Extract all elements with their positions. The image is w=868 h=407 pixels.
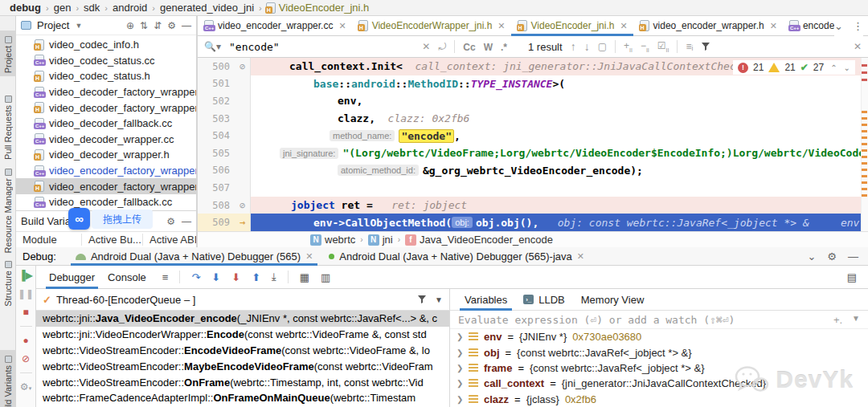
- stack-frame-row[interactable]: webrtc::VideoStreamEncoder::OnFrame(webr…: [36, 374, 449, 390]
- close-tab-icon[interactable]: ✕: [305, 251, 313, 262]
- tab-variables[interactable]: Variables: [458, 289, 514, 311]
- variable-row[interactable]: ❯obj={const webrtc::JavaRef<_jobject *> …: [450, 344, 868, 360]
- prev-occurrence-icon[interactable]: ↑: [571, 40, 576, 53]
- step-over-icon[interactable]: ↷: [191, 271, 200, 283]
- pause-button[interactable]: ❚❚: [18, 289, 34, 299]
- gear-icon[interactable]: ⚙: [827, 250, 837, 263]
- layout-icon[interactable]: ▥: [321, 271, 330, 283]
- tree-file-item[interactable]: C++video_decoder_fallback.cc: [16, 116, 196, 132]
- step-into-icon[interactable]: ⬇: [211, 271, 220, 283]
- clear-search-icon[interactable]: ✕: [422, 41, 430, 52]
- restore-layout-icon[interactable]: ▤: [847, 271, 868, 283]
- tab-debugger[interactable]: Debugger: [44, 266, 100, 289]
- search-history-icon[interactable]: ≡ᵢ: [686, 41, 693, 52]
- mute-breakpoints-button[interactable]: ⊘: [22, 354, 30, 364]
- hide-panel-icon[interactable]: —: [848, 250, 858, 263]
- tree-file-item[interactable]: C++video_decoder_factory_wrapper.cc: [16, 84, 196, 100]
- variable-row[interactable]: ❯env={JNIEnv *}0x730ae03680: [450, 329, 868, 344]
- chevron-down-icon[interactable]: ▼: [75, 22, 82, 30]
- filter-icon[interactable]: [417, 295, 427, 304]
- tool-window-button-pull-requests[interactable]: Pull Requests: [0, 90, 16, 163]
- force-step-into-icon[interactable]: ⬇: [231, 271, 240, 283]
- add-watch-icon[interactable]: +.: [833, 314, 842, 326]
- expand-chevron-icon[interactable]: ❯: [457, 395, 463, 404]
- prev-inspection-icon[interactable]: ⌃: [830, 63, 837, 72]
- search-option-toggle[interactable]: Cc: [463, 42, 475, 53]
- layout-settings-icon[interactable]: ≡: [162, 271, 169, 283]
- debugger-settings-icon[interactable]: ⚙▾: [20, 382, 31, 392]
- stop-button[interactable]: ■: [23, 307, 28, 317]
- inspections-widget[interactable]: ! 21 21 ✔ 27 ⌃ ⌄: [733, 60, 855, 75]
- search-option-toggle[interactable]: .*: [501, 42, 507, 53]
- select-all-occurrences-icon[interactable]: ☑: [657, 40, 669, 52]
- gutter[interactable]: [235, 144, 251, 162]
- editor-tab[interactable]: C++video_encoder_wrapper.cc✕: [198, 16, 352, 35]
- line-number[interactable]: 502: [198, 92, 235, 110]
- scrollbar-error-stripe[interactable]: [861, 58, 868, 231]
- stack-frame-row[interactable]: webrtc::VideoStreamEncoder::EncodeVideoF…: [36, 343, 449, 359]
- next-inspection-icon[interactable]: ⌄: [844, 63, 850, 72]
- evaluate-expression-row[interactable]: Evaluate expression (⏎) or add a watch (…: [450, 311, 868, 329]
- breadcrumb-item[interactable]: jni: [383, 234, 393, 246]
- newline-icon[interactable]: ⤾: [438, 41, 446, 52]
- debug-session-tab[interactable]: Android Dual (Java + Native) Debugger (5…: [68, 247, 321, 266]
- variable-row[interactable]: ❯clazz={jclass}0x2fb6: [450, 392, 868, 407]
- expand-chevron-icon[interactable]: ❯: [457, 364, 463, 372]
- stack-frame-row[interactable]: webrtc::jni::VideoEncoderWrapper::Encode…: [36, 327, 449, 343]
- collapse-all-icon[interactable]: ⇵: [154, 20, 162, 31]
- line-number[interactable]: 503: [198, 110, 235, 128]
- gutter[interactable]: [235, 110, 251, 128]
- tree-file-item[interactable]: Hvideo_codec_status.h: [16, 68, 196, 84]
- gutter[interactable]: ⊘: [235, 58, 251, 75]
- line-number[interactable]: 506: [198, 162, 235, 180]
- stack-frame-row[interactable]: webrtc::VideoStreamEncoder::MaybeEncodeV…: [36, 358, 449, 374]
- close-tab-icon[interactable]: ✕: [338, 21, 346, 31]
- add-occurrence-icon[interactable]: +: [624, 40, 633, 52]
- tool-window-button-project[interactable]: Project: [0, 31, 16, 76]
- close-search-icon[interactable]: ✕: [854, 41, 862, 52]
- tree-file-item[interactable]: Hvideo_decoder_factory_wrapper.h: [16, 100, 196, 116]
- expand-all-icon[interactable]: ⇅: [140, 20, 148, 31]
- locate-file-icon[interactable]: ⊕: [126, 20, 134, 31]
- tree-file-item[interactable]: Hvideo_decoder_wrapper.h: [16, 147, 196, 163]
- gutter[interactable]: [235, 179, 251, 197]
- line-number[interactable]: 509: [198, 214, 235, 231]
- breadcrumb-item[interactable]: Java_VideoEncoder_encode: [420, 234, 553, 246]
- line-number[interactable]: 507: [198, 179, 235, 197]
- thread-selector[interactable]: ✓ Thread-60-[EncoderQueue – ] ▼: [36, 289, 450, 311]
- breadcrumb-item[interactable]: gen: [54, 2, 72, 14]
- editor-tab[interactable]: Hvideo_encoder_wrapper.h✕: [633, 16, 783, 35]
- close-tab-icon[interactable]: ✕: [577, 251, 584, 262]
- expand-chevron-icon[interactable]: ❯: [457, 348, 463, 357]
- gutter[interactable]: [235, 75, 251, 93]
- gear-icon[interactable]: ⚙: [166, 216, 175, 227]
- gutter[interactable]: [235, 162, 251, 180]
- disabled-breakpoint-icon[interactable]: ⊘: [240, 200, 245, 211]
- tree-file-item[interactable]: Hvideo_encoder_factory_wrapper.h: [16, 178, 196, 194]
- evaluate-expression-icon[interactable]: ▦: [300, 271, 309, 283]
- tab-memory-view[interactable]: Memory View: [575, 289, 651, 311]
- chevron-down-icon[interactable]: ▼: [435, 295, 443, 304]
- breadcrumb-item[interactable]: generated_video_jni: [160, 2, 254, 14]
- line-number[interactable]: 505: [198, 144, 235, 162]
- close-tab-icon[interactable]: ✕: [497, 21, 505, 31]
- remove-occurrence-icon[interactable]: −: [641, 40, 649, 52]
- stack-frame-row[interactable]: webrtc::jni::Java_VideoEncoder_encode(_J…: [36, 311, 449, 327]
- filter-icon[interactable]: [701, 42, 710, 51]
- tool-window-button-resource-manager[interactable]: Resource Manager: [0, 163, 16, 257]
- disabled-breakpoint-icon[interactable]: ⊘: [240, 61, 245, 72]
- resume-button[interactable]: ▐▶: [18, 271, 33, 280]
- line-number[interactable]: 508: [198, 197, 235, 214]
- gutter[interactable]: [235, 92, 251, 110]
- hide-panel-icon[interactable]: —: [182, 216, 191, 227]
- expand-chevron-icon[interactable]: ❯: [457, 332, 463, 341]
- tool-window-button-build-variants[interactable]: Build Variants: [0, 350, 16, 407]
- run-to-cursor-icon[interactable]: ⤓: [272, 271, 276, 283]
- breadcrumb-file[interactable]: VideoEncoder_jni.h: [279, 2, 370, 14]
- close-tab-icon[interactable]: ✕: [770, 21, 777, 31]
- tab-lldb[interactable]: ›_LLDB: [517, 289, 571, 311]
- code-editor[interactable]: 500⊘call_context.Init< call_context: jni…: [198, 58, 868, 231]
- tool-window-button-structure[interactable]: Structure: [0, 255, 16, 310]
- project-view-title[interactable]: Project: [37, 19, 69, 31]
- search-query[interactable]: "encode": [229, 41, 280, 53]
